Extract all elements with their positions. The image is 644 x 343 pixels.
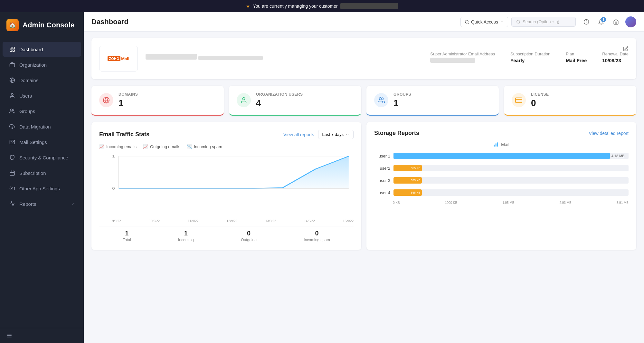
domains-stat-value: 1 [118, 98, 138, 108]
view-all-reports-link[interactable]: View all reports [283, 132, 314, 137]
dashboard-icon [9, 46, 15, 52]
incoming-label-stat: Incoming [178, 238, 194, 242]
svg-point-27 [379, 98, 382, 100]
org-info-card: ZOHO Mail Super Administrator Email Addr… [91, 38, 636, 79]
user1-bar-container: 4.18 MB [393, 153, 629, 159]
sidebar-label-security: Security & Compliance [19, 155, 75, 160]
storage-x-labels: 0 KB 1000 KB 1.95 MB 2.93 MB 3.91 MB [393, 201, 629, 205]
stat-total: 1 Total [123, 230, 131, 242]
sidebar-item-security[interactable]: Security & Compliance [3, 150, 81, 165]
sidebar-item-organization[interactable]: Organization [3, 57, 81, 72]
users-stat-icon [237, 93, 251, 107]
sidebar-item-reports[interactable]: Reports ↗ [3, 196, 81, 211]
x-label-5: 13/9/22 [265, 219, 276, 223]
incoming-emoji: 📈 [99, 144, 104, 149]
storage-row-user3: user 3 555 KB [374, 177, 629, 184]
svg-point-7 [11, 93, 13, 95]
x-label-7: 15/9/22 [343, 219, 354, 223]
sidebar-collapse-btn[interactable] [0, 328, 84, 343]
stat-incoming: 1 Incoming [178, 230, 194, 242]
stat-card-domains[interactable]: DOMAINS 1 [91, 86, 224, 116]
org-logo: ZOHO Mail [99, 46, 138, 71]
x-label-4: 12/9/22 [227, 219, 237, 223]
legend-incoming: 📈 Incoming emails [99, 144, 137, 149]
svg-point-26 [242, 98, 245, 100]
svg-point-14 [12, 188, 13, 189]
sidebar-label-other-app: Other App Settings [19, 186, 75, 191]
email-traffic-card: Email Traffic Stats View all reports Las… [91, 122, 361, 250]
sidebar-item-domains[interactable]: Domains [3, 73, 81, 88]
svg-rect-2 [13, 50, 14, 52]
storage-reports-title: Storage Reports [374, 130, 419, 137]
date-filter-dropdown[interactable]: Last 7 days [318, 130, 354, 139]
stat-card-license[interactable]: LICENSE 0 [504, 86, 636, 116]
x-axis-labels: 9/9/22 10/9/22 11/9/22 12/9/22 13/9/22 1… [99, 219, 354, 223]
sidebar-item-other-app[interactable]: Other App Settings [3, 181, 81, 196]
view-detailed-report-link[interactable]: View detailed report [589, 131, 629, 136]
quick-access-button[interactable]: Quick Access [460, 17, 508, 27]
org-edit-button[interactable] [620, 43, 631, 54]
mail-settings-icon [9, 139, 15, 145]
home-button[interactable] [611, 16, 621, 27]
users-icon [9, 92, 15, 99]
user1-label: user 1 [374, 154, 390, 158]
quick-access-label: Quick Access [471, 19, 498, 24]
domains-stat-icon [99, 93, 113, 107]
svg-rect-4 [10, 63, 15, 67]
email-traffic-actions: View all reports Last 7 days [283, 130, 354, 139]
total-value: 1 [123, 230, 131, 237]
storage-row-user4: user 4 555 KB [374, 189, 629, 196]
user1-bar: 4.18 MB [393, 153, 610, 159]
user4-value: 555 KB [411, 191, 421, 194]
notification-count: 1 [601, 17, 606, 22]
domains-icon [9, 77, 15, 83]
sidebar-item-groups[interactable]: Groups [3, 104, 81, 119]
app-logo-icon: 🏠 [6, 19, 19, 31]
user-avatar[interactable] [625, 16, 636, 27]
sx-label-3: 1.95 MB [502, 201, 514, 205]
stat-card-groups[interactable]: GROUPS 1 [366, 86, 499, 116]
sidebar-item-dashboard[interactable]: Dashboard [3, 42, 81, 57]
chart-legend: 📈 Incoming emails 📈 Outgoing emails 📉 In… [99, 144, 354, 149]
svg-rect-0 [10, 47, 12, 49]
notification-button[interactable]: 1 [596, 16, 607, 27]
search-box[interactable]: Search (Option + q) [511, 17, 576, 27]
user3-bar-container: 555 KB [393, 177, 629, 184]
legend-outgoing: 📈 Outgoing emails [143, 144, 180, 149]
help-button[interactable] [581, 16, 592, 27]
subscription-icon [9, 170, 15, 176]
super-admin-label: Super Administrator Email Address [430, 52, 495, 56]
svg-rect-36 [494, 145, 495, 147]
groups-icon [9, 108, 15, 114]
stat-card-users[interactable]: ORGANIZATION USERS 4 [229, 86, 361, 116]
star-icon: ★ [246, 4, 250, 9]
top-banner: ★ You are currently managing your custom… [0, 0, 644, 12]
users-stat-info: ORGANIZATION USERS 4 [256, 92, 303, 108]
sidebar: 🏠 Admin Console Dashboard Organization [0, 12, 84, 343]
data-migration-icon [9, 123, 15, 130]
user2-value: 555 KB [411, 167, 421, 170]
license-stat-info: LICENSE 0 [531, 92, 549, 108]
groups-stat-info: GROUPS 1 [393, 92, 411, 108]
sidebar-item-subscription[interactable]: Subscription [3, 166, 81, 180]
x-label-3: 11/9/22 [188, 219, 198, 223]
sidebar-logo: 🏠 Admin Console [0, 12, 84, 38]
sidebar-item-users[interactable]: Users [3, 88, 81, 103]
sidebar-nav: Dashboard Organization Domains [0, 38, 84, 328]
sx-label-5: 3.91 MB [617, 201, 629, 205]
plan-value: Mail Free [566, 58, 587, 63]
sidebar-item-mail-settings[interactable]: Mail Settings [3, 135, 81, 149]
reports-external-icon: ↗ [71, 202, 75, 206]
sidebar-item-data-migration[interactable]: Data Migration [3, 119, 81, 134]
email-traffic-chart: 1 0 [99, 153, 354, 223]
chart-stats-row: 1 Total 1 Incoming 0 Outgoing 0 [99, 226, 354, 242]
users-stat-label: ORGANIZATION USERS [256, 92, 303, 97]
sidebar-label-organization: Organization [19, 62, 75, 68]
outgoing-label-stat: Outgoing [241, 238, 257, 242]
user3-bar: 555 KB [393, 177, 422, 184]
org-details [146, 54, 422, 63]
storage-reports-header: Storage Reports View detailed report [374, 130, 629, 137]
domains-stat-info: DOMAINS 1 [118, 92, 138, 108]
svg-point-8 [11, 109, 13, 111]
user2-bar: 555 KB [393, 165, 422, 171]
